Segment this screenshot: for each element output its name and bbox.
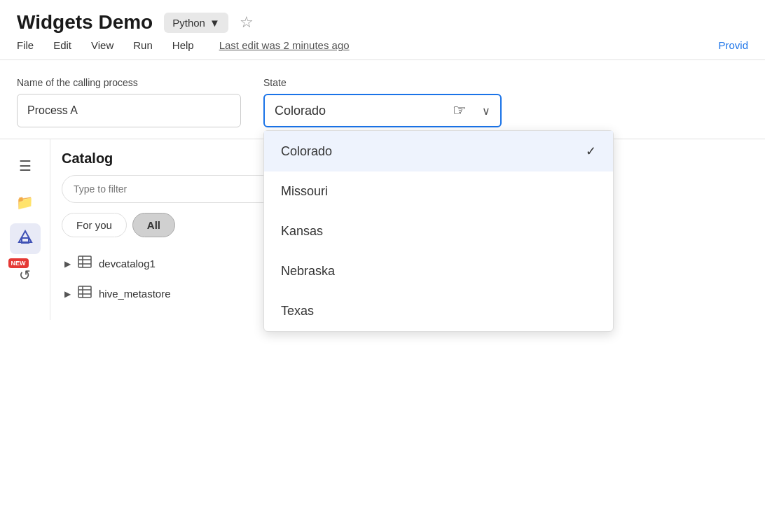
menu-file[interactable]: File — [17, 39, 34, 51]
state-field-group: State Colorado ∨ ☞ Colorado ✓ Missouri — [263, 77, 502, 127]
table-icon — [78, 286, 92, 302]
state-select-wrapper: Colorado ∨ ☞ Colorado ✓ Missouri Kansas — [263, 94, 502, 127]
last-edit-label: Last edit was 2 minutes ago — [219, 39, 350, 51]
dropdown-item-texas[interactable]: Texas — [264, 291, 613, 331]
dropdown-item-colorado[interactable]: Colorado ✓ — [264, 131, 613, 172]
svg-marker-0 — [19, 231, 32, 242]
list-icon: ☰ — [19, 158, 32, 174]
dropdown-item-label: Nebraska — [281, 264, 335, 279]
chat-icon: ↺ — [19, 267, 31, 284]
dropdown-item-missouri[interactable]: Missouri — [264, 172, 613, 211]
svg-rect-6 — [78, 286, 91, 298]
sidebar: ☰ 📁 NEW ↺ — [0, 139, 50, 320]
sidebar-icon-folder[interactable]: 📁 — [10, 187, 41, 218]
language-label: Python — [172, 17, 205, 29]
menu-run[interactable]: Run — [133, 39, 153, 51]
state-select[interactable]: Colorado ∨ — [263, 94, 502, 127]
chevron-down-icon: ▼ — [209, 17, 220, 29]
sidebar-icon-chat[interactable]: NEW ↺ — [10, 260, 41, 290]
provide-link[interactable]: Provid — [718, 39, 748, 51]
state-label: State — [263, 77, 502, 88]
dropdown-item-label: Missouri — [281, 184, 328, 199]
dropdown-item-label: Colorado — [281, 144, 332, 159]
expand-arrow-icon: ▶ — [64, 259, 71, 269]
main-content: Name of the calling process State Colora… — [0, 60, 765, 127]
tab-all[interactable]: All — [132, 213, 175, 237]
table-icon — [78, 255, 92, 272]
chevron-down-icon: ∨ — [482, 104, 490, 118]
catalog-item-name: hive_metastore — [99, 288, 171, 300]
form-section: Name of the calling process State Colora… — [17, 77, 748, 127]
dropdown-item-kansas[interactable]: Kansas — [264, 211, 613, 251]
state-dropdown: Colorado ✓ Missouri Kansas Nebraska Texa… — [263, 130, 614, 332]
process-input[interactable] — [17, 94, 241, 127]
expand-arrow-icon: ▶ — [64, 289, 71, 299]
state-selected-value: Colorado — [275, 104, 326, 118]
schema-icon — [18, 230, 33, 248]
title-bar: Widgets Demo Python ▼ ☆ — [0, 0, 765, 34]
menu-edit[interactable]: Edit — [53, 39, 71, 51]
check-icon: ✓ — [586, 144, 596, 159]
catalog-item-name: devcatalog1 — [99, 258, 156, 270]
new-badge: NEW — [8, 258, 29, 268]
dropdown-item-nebraska[interactable]: Nebraska — [264, 251, 613, 291]
sidebar-icon-catalog[interactable]: ☰ — [10, 150, 41, 181]
folder-icon: 📁 — [16, 194, 34, 211]
menu-view[interactable]: View — [91, 39, 113, 51]
tab-for-you[interactable]: For you — [62, 213, 127, 237]
dropdown-item-label: Kansas — [281, 224, 323, 239]
process-field-group: Name of the calling process — [17, 77, 241, 127]
star-icon[interactable]: ☆ — [240, 13, 254, 31]
language-badge[interactable]: Python ▼ — [164, 13, 228, 33]
svg-rect-2 — [78, 256, 91, 267]
process-label: Name of the calling process — [17, 77, 241, 88]
app-title: Widgets Demo — [17, 11, 153, 34]
menu-help[interactable]: Help — [172, 39, 194, 51]
sidebar-icon-schema[interactable] — [10, 223, 41, 254]
dropdown-item-label: Texas — [281, 304, 314, 318]
menu-bar: File Edit View Run Help Last edit was 2 … — [0, 34, 765, 51]
